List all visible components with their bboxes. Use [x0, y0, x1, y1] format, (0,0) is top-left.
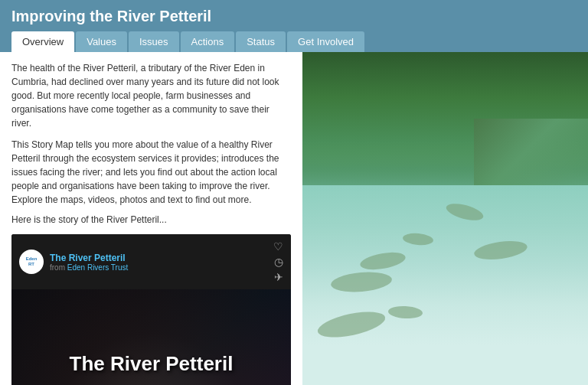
video-org-link[interactable]: Eden Rivers Trust [67, 263, 128, 272]
video-channel-name: The River Petteril [50, 253, 128, 263]
heart-icon[interactable]: ♡ [273, 240, 283, 253]
tab-actions[interactable]: Actions [181, 31, 235, 52]
video-overlay-title: The River Petteril [70, 352, 234, 376]
main-content: The health of the River Petteril, a trib… [0, 52, 588, 385]
video-from: from Eden Rivers Trust [50, 263, 128, 272]
eden-logo-text: EdenRT [26, 256, 38, 266]
intro-paragraph-1: The health of the River Petteril, a trib… [11, 61, 291, 130]
tab-status[interactable]: Status [236, 31, 286, 52]
clock-icon[interactable]: ◷ [274, 256, 283, 268]
video-header-icons: ♡ ◷ ✈ [273, 240, 283, 283]
page-title: Improving the River Petteril [11, 8, 577, 25]
here-text: Here is the story of the River Petteril.… [11, 214, 291, 225]
tab-get-involved[interactable]: Get Involved [287, 31, 364, 52]
left-panel: The health of the River Petteril, a trib… [0, 52, 302, 385]
video-header: EdenRT The River Petteril from Eden Rive… [11, 234, 291, 289]
video-from-label: from [50, 263, 65, 272]
eden-logo: EdenRT [19, 250, 44, 274]
page-header: Improving the River Petteril Overview Va… [0, 0, 588, 52]
tab-issues[interactable]: Issues [129, 31, 179, 52]
tab-overview[interactable]: Overview [11, 31, 74, 52]
share-icon[interactable]: ✈ [274, 271, 283, 283]
video-title-block: The River Petteril from Eden Rivers Trus… [50, 253, 128, 272]
navigation-tabs: Overview Values Issues Actions Status Ge… [11, 31, 577, 52]
intro-paragraph-2: This Story Map tells you more about the … [11, 138, 291, 207]
tab-values[interactable]: Values [76, 31, 127, 52]
right-panel [302, 52, 588, 385]
video-main-area[interactable]: The River Petteril [11, 289, 291, 385]
video-header-left: EdenRT The River Petteril from Eden Rive… [19, 250, 128, 274]
video-container: EdenRT The River Petteril from Eden Rive… [11, 234, 291, 385]
river-image [302, 52, 588, 385]
